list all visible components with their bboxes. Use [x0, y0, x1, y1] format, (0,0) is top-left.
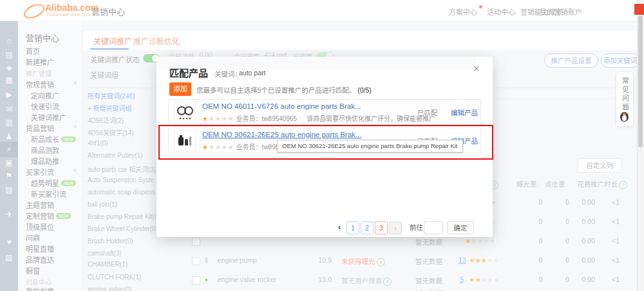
faq-label: 常见问题: [621, 77, 630, 112]
goto-page-label: 前往: [410, 221, 423, 234]
modal-keyword-label: 关键词：: [214, 69, 242, 79]
modal-title: 匹配产品: [169, 66, 208, 79]
modal-keyword-value: auto part: [239, 69, 265, 77]
page-goto-input[interactable]: [424, 221, 443, 234]
page-button-1[interactable]: 1: [346, 221, 359, 234]
product-title-link[interactable]: OEM NO 46011-V6726 auto engine parts Bra…: [202, 102, 361, 110]
close-icon[interactable]: ×: [473, 63, 479, 75]
product-warning: 该商品需要尽快优化推广评分，确保能被推广: [307, 115, 435, 122]
penguin-assistant-icon: [620, 112, 629, 122]
product-row: OEM NO 46011-V6726 auto engine parts Bra…: [168, 99, 481, 125]
add-button[interactable]: 添加: [169, 82, 191, 96]
gasket-rings-image: [175, 102, 195, 123]
matched-badge: 已匹配: [417, 108, 438, 117]
edit-product-link[interactable]: 编辑产品: [451, 108, 478, 117]
page: Alibaba.com Global trade starts here.™ 营…: [0, 0, 644, 291]
product-thumbnail: [174, 102, 196, 124]
goto-confirm-button[interactable]: 确定: [447, 221, 474, 234]
page-button-3-current[interactable]: 3: [375, 221, 388, 234]
page-next-button[interactable]: ›: [389, 221, 402, 234]
selection-count: (0/5): [357, 86, 372, 94]
page-prev-button[interactable]: ‹: [338, 221, 341, 234]
product-meta: ★★★★★ 业务员：tw89540965 该商品需要尽快优化推广评分，确保能被推…: [202, 113, 435, 123]
scrollbar-thumb[interactable]: [638, 15, 643, 147]
product-title-tooltip: OEM NO 30621-26E25 auto engine parts Bra…: [277, 140, 463, 153]
modal-hint: 您最多可以自主选择5个已设置推广的产品进行匹配。 (0/5): [196, 85, 372, 95]
faq-float-widget[interactable]: 常见问题: [616, 72, 633, 126]
page-button-2[interactable]: 2: [361, 221, 374, 234]
top-right-red-badge: [634, 4, 644, 15]
